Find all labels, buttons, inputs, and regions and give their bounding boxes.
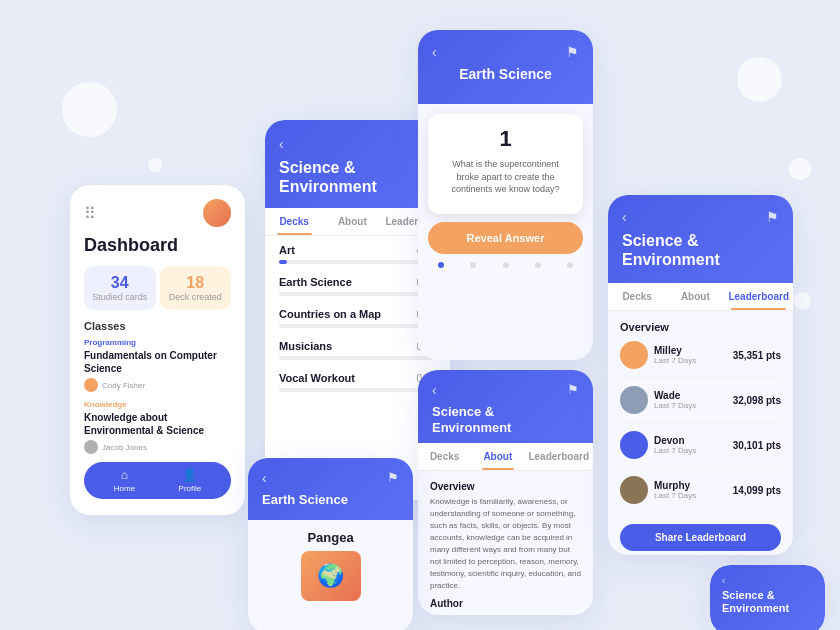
leader-partial-back[interactable]: ‹	[722, 575, 813, 586]
leader-tab-about[interactable]: About	[666, 283, 724, 310]
profile-icon: 👤	[182, 468, 197, 482]
leader-time-3: Last 7 Days	[654, 491, 727, 500]
decks-label: Deck created	[168, 292, 224, 302]
earth-back-button[interactable]: ‹	[262, 470, 399, 486]
question-text: What is the supercontinent broke apart t…	[440, 158, 571, 196]
about-overview-text: Knowledge is familiarity, awareness, or …	[430, 496, 581, 592]
deck-item-vocal[interactable]: Vocal Workout 0/68	[279, 372, 436, 392]
deck-bar-3	[279, 356, 436, 360]
about-card: ‹ ⚑ Science &Environment Decks About Lea…	[418, 370, 593, 615]
leaderboard-card: ‹ ⚑ Science &Environment Decks About Lea…	[608, 195, 793, 555]
leader-time-2: Last 7 Days	[654, 446, 727, 455]
dot-2	[470, 262, 476, 268]
earth-card-title: Earth Science	[262, 492, 399, 508]
share-leaderboard-button[interactable]: Share Leaderboard	[620, 524, 781, 551]
about-header: ‹ ⚑ Science &Environment	[418, 370, 593, 443]
dot-4	[535, 262, 541, 268]
leader-header: ‹ ⚑ Science &Environment	[608, 195, 793, 283]
deck-bar-2	[279, 324, 436, 328]
about-tabs: Decks About Leaderboard	[418, 443, 593, 471]
deck-item-earth[interactable]: Earth Science 0/60	[279, 276, 436, 296]
leader-content: Overview Milley Last 7 Days 35,351 pts W…	[608, 311, 793, 555]
quiz-content: 1 What is the supercontinent broke apart…	[418, 104, 593, 278]
about-content: Overview Knowledge is familiarity, aware…	[418, 471, 593, 615]
class-item-knowledge[interactable]: Knowledge Knowledge about Environmental …	[84, 400, 231, 454]
about-tab-about[interactable]: About	[471, 443, 524, 470]
leader-name-2: Devon	[654, 435, 727, 446]
leader-info-1: Wade Last 7 Days	[654, 390, 727, 410]
earth-body: Pangea 🌍	[248, 520, 413, 611]
leader-flag-icon: ⚑	[766, 209, 779, 225]
leader-tab-leaderboard[interactable]: Leaderboard	[724, 283, 793, 310]
studied-label: Studied cards	[92, 292, 148, 302]
pangea-image: 🌍	[301, 551, 361, 601]
class-tag-programming: Programming	[84, 338, 231, 347]
quiz-dots	[428, 262, 583, 268]
nav-home[interactable]: ⌂ Home	[114, 468, 135, 493]
deck-item-art[interactable]: Art 4/82	[279, 244, 436, 264]
menu-icon[interactable]: ⠿	[84, 204, 96, 223]
leader-avatar-3	[620, 476, 648, 504]
author-name-0: Cody Fisher	[102, 381, 145, 390]
dot-5	[567, 262, 573, 268]
class-author-1: Jacob Jones	[84, 440, 231, 454]
dot-1	[438, 262, 444, 268]
earth-flag-icon: ⚑	[387, 470, 399, 485]
leader-pts-0: 35,351 pts	[733, 350, 781, 361]
deck-name-4: Vocal Workout	[279, 372, 355, 384]
leader-info-0: Milley Last 7 Days	[654, 345, 727, 365]
deck-item-musicians[interactable]: Musicians 0/76	[279, 340, 436, 360]
leader-row-2: Devon Last 7 Days 30,101 pts	[620, 431, 781, 468]
leader-time-0: Last 7 Days	[654, 356, 727, 365]
back-button[interactable]: ‹	[279, 136, 436, 152]
leader-partial-header: ‹ Science &Environment	[710, 565, 825, 630]
leader-partial-card: ‹ Science &Environment	[710, 565, 825, 630]
author-avatar-1	[84, 440, 98, 454]
quiz-back-button[interactable]: ‹	[432, 44, 579, 60]
leader-avatar-2	[620, 431, 648, 459]
leader-back-button[interactable]: ‹	[622, 209, 779, 225]
class-tag-knowledge: Knowledge	[84, 400, 231, 409]
profile-label: Profile	[179, 484, 202, 493]
deck-bar-0	[279, 260, 436, 264]
about-tab-leaderboard[interactable]: Leaderboard	[524, 443, 593, 470]
quiz-title: Earth Science	[432, 66, 579, 82]
bg-circle-3	[789, 158, 811, 180]
decks-card-title: Science &Environment	[279, 158, 436, 196]
pangea-title: Pangea	[258, 530, 403, 545]
deck-item-countries[interactable]: Countries on a Map 0/39	[279, 308, 436, 328]
bg-circle-1	[62, 82, 117, 137]
quiz-card: ‹ ⚑ Earth Science 1 What is the supercon…	[418, 30, 593, 360]
bg-circle-2	[737, 57, 782, 102]
tab-decks[interactable]: Decks	[265, 208, 323, 235]
tab-about[interactable]: About	[323, 208, 381, 235]
question-card: 1 What is the supercontinent broke apart…	[428, 114, 583, 214]
nav-profile[interactable]: 👤 Profile	[179, 468, 202, 493]
studied-stat: 34 Studied cards	[84, 266, 156, 310]
leader-avatar-1	[620, 386, 648, 414]
bg-circle-4	[148, 158, 162, 172]
decks-count: 18	[168, 274, 224, 292]
deck-name-1: Earth Science	[279, 276, 352, 288]
decks-stat: 18 Deck created	[160, 266, 232, 310]
dashboard-card: ⠿ Dashboard 34 Studied cards 18 Deck cre…	[70, 185, 245, 515]
class-author-0: Cody Fisher	[84, 378, 231, 392]
leader-tab-decks[interactable]: Decks	[608, 283, 666, 310]
reveal-answer-button[interactable]: Reveal Answer	[428, 222, 583, 254]
leader-row-3: Murphy Last 7 Days 14,099 pts	[620, 476, 781, 512]
class-name-1: Knowledge about Environmental & Science	[84, 411, 231, 437]
earth-science-card: ‹ ⚑ Earth Science Pangea 🌍	[248, 458, 413, 630]
deck-bar-1	[279, 292, 436, 296]
about-author-title: Author	[430, 598, 581, 609]
about-back-button[interactable]: ‹	[432, 382, 579, 398]
leader-pts-1: 32,098 pts	[733, 395, 781, 406]
quiz-header: ‹ ⚑ Earth Science	[418, 30, 593, 104]
about-tab-decks[interactable]: Decks	[418, 443, 471, 470]
class-item-programming[interactable]: Programming Fundamentals on Computer Sci…	[84, 338, 231, 392]
class-name-0: Fundamentals on Computer Science	[84, 349, 231, 375]
bg-circle-5	[793, 292, 811, 310]
leader-avatar-0	[620, 341, 648, 369]
bottom-nav: ⌂ Home 👤 Profile	[84, 462, 231, 499]
deck-name-3: Musicians	[279, 340, 332, 352]
leader-card-title: Science &Environment	[622, 231, 779, 269]
